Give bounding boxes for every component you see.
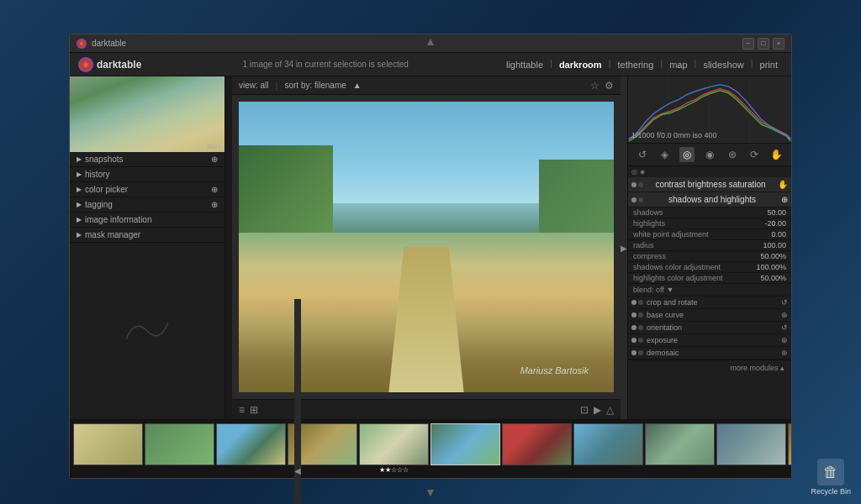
preview-area: 262↕ (70, 76, 224, 152)
shadows-highlights-module[interactable]: shadows and highlights ⊕ (628, 192, 791, 207)
tagging-section[interactable]: ▶ tagging ⊕ (70, 197, 224, 213)
image-bottom-bar: ≡ ⊞ ⊡ ▶ △ (232, 399, 621, 419)
presets-icon[interactable]: ◈ (658, 147, 673, 162)
filmstrip-thumb-1[interactable] (73, 423, 143, 465)
left-panel-collapse-arrow[interactable]: ◀ (294, 299, 301, 504)
filmstrip-item-8[interactable] (573, 423, 643, 475)
crop-rotate-module[interactable]: crop and rotate ↺ (628, 297, 791, 309)
list-view-icon[interactable]: ≡ (239, 404, 245, 416)
nav-print[interactable]: print (755, 58, 783, 71)
filmstrip-thumb-6[interactable] (430, 423, 500, 465)
preset-all[interactable]: ◈ (640, 168, 645, 176)
overlay-icon[interactable]: ⊡ (580, 404, 589, 416)
param-compress: compress 50.00% (628, 251, 791, 262)
module-dot (638, 182, 643, 187)
blend-row[interactable]: blend: off ▼ (628, 284, 791, 297)
scroll-down-arrow[interactable]: ▼ (69, 486, 792, 499)
history-label: history (85, 170, 109, 179)
image-info-section[interactable]: ▶ image information (70, 213, 224, 228)
nav-lighttable[interactable]: lighttable (501, 58, 548, 71)
filmstrip-item-1[interactable] (73, 423, 143, 475)
orientation-label: orientation (647, 323, 682, 332)
settings-icon[interactable]: ⚙ (605, 80, 614, 92)
filmstrip-item-11[interactable] (788, 423, 791, 475)
filmstrip-thumb-10[interactable] (716, 423, 786, 465)
filmstrip-thumb-8[interactable] (573, 423, 643, 465)
exposure-info: 1/1000 f/0.0 0mm iso 400 (631, 131, 717, 139)
nav-darkroom[interactable]: darkroom (554, 58, 607, 71)
module-dot (631, 182, 637, 187)
mask-manager-section[interactable]: ▶ mask manager (70, 228, 224, 243)
filmstrip-thumb-7[interactable] (502, 423, 572, 465)
toolbar-right: ☆ ⚙ (590, 80, 614, 92)
selection-info: 1 image of 34 in current selection is se… (151, 60, 499, 69)
logo-text: darktable (97, 59, 141, 71)
watermark: Mariusz Bartosik (520, 365, 589, 375)
right-panel-collapse-arrow[interactable]: ▶ (621, 76, 627, 419)
correct-icon[interactable]: ◎ (679, 147, 695, 162)
filmstrip-item-7[interactable] (502, 423, 572, 475)
nav-slideshow[interactable]: slideshow (698, 58, 748, 71)
contrast-brightness-label: contrast brightness saturation (647, 180, 774, 189)
more-modules-button[interactable]: more modules ▴ (628, 360, 791, 375)
filmstrip-thumb-11[interactable] (788, 423, 791, 465)
effects-icon[interactable]: ◉ (702, 147, 717, 162)
reset-icon[interactable]: ↺ (635, 147, 650, 162)
filmstrip-item-2[interactable] (145, 423, 214, 475)
module-expand-icon: ✋ (778, 180, 788, 189)
sort-direction[interactable]: ▲ (353, 81, 362, 90)
param-white-point: white point adjustment 0.00 (628, 229, 791, 240)
contrast-brightness-module[interactable]: contrast brightness saturation ✋ (628, 177, 791, 192)
param-highlights: highlights -20.00 (628, 218, 791, 229)
filmstrip-thumb-2[interactable] (145, 423, 214, 465)
snapshots-section[interactable]: ▶ snapshots ⊕ (70, 152, 224, 167)
histogram-toggle-icon[interactable]: △ (606, 404, 614, 416)
style-icon[interactable]: ⊛ (725, 147, 740, 162)
filmstrip-item-10[interactable] (716, 423, 786, 475)
history-section[interactable]: ▶ history (70, 167, 224, 182)
filmstrip-item-9[interactable] (645, 423, 715, 475)
grid-view-icon[interactable]: ⊞ (250, 404, 258, 416)
recycle-bin-label: Recycle Bin (811, 487, 851, 496)
nav-map[interactable]: map (664, 58, 692, 71)
image-info-label: image information (85, 215, 151, 224)
hand-icon[interactable]: ✋ (769, 147, 784, 162)
orientation-module[interactable]: orientation ↺ (628, 322, 791, 334)
main-window: darktable − □ × darktable 1 image of 34 … (69, 34, 792, 479)
base-curve-label: base curve (647, 311, 684, 319)
view-selector[interactable]: view: all (239, 81, 269, 90)
filmstrip: ★★☆☆☆ (70, 419, 791, 478)
demosaic-icon: ⊕ (781, 349, 788, 357)
filmstrip-thumb-5[interactable] (359, 423, 429, 465)
app-logo: darktable (78, 57, 141, 72)
center-area: view: all | sort by: filename ▲ ☆ ⚙ (232, 76, 621, 419)
toggle-all[interactable]: ◎ (631, 168, 637, 176)
tagging-icon: ⊕ (211, 200, 218, 209)
filmstrip-item-3[interactable] (216, 423, 286, 475)
scroll-up-arrow[interactable]: ▲ (69, 34, 792, 48)
exposure-module[interactable]: exposure ⊕ (628, 334, 791, 347)
crop-rotate-icon: ↺ (781, 298, 788, 307)
snapshots-label: snapshots (85, 155, 124, 164)
filmstrip-item-6[interactable] (430, 423, 500, 475)
filmstrip-thumb-9[interactable] (645, 423, 715, 465)
orientation-icon: ↺ (781, 323, 788, 332)
size-info: 262↕ (207, 143, 221, 150)
mask-manager-label: mask manager (85, 230, 140, 239)
base-curve-icon: ⊕ (781, 311, 788, 319)
refresh-icon[interactable]: ⟳ (747, 147, 762, 162)
demosaic-label: demosaic (647, 349, 679, 357)
play-icon[interactable]: ▶ (594, 404, 601, 416)
sort-by-selector[interactable]: sort by: filename (284, 81, 346, 90)
demosaic-module[interactable]: demosaic ⊕ (628, 347, 791, 360)
recycle-bin[interactable]: 🗑 Recycle Bin (811, 459, 851, 496)
color-picker-section[interactable]: ▶ color picker ⊕ (70, 182, 224, 197)
base-curve-module[interactable]: base curve ⊕ (628, 309, 791, 322)
filmstrip-rating-1 (73, 465, 143, 475)
filmstrip-item-5[interactable]: ★★☆☆☆ (359, 423, 429, 475)
star-icon[interactable]: ☆ (590, 80, 600, 92)
nav-tethering[interactable]: tethering (612, 58, 658, 71)
left-panel: 262↕ ▶ snapshots ⊕ ▶ history ▶ color pic… (70, 76, 225, 419)
filmstrip-thumb-3[interactable] (216, 423, 286, 465)
tagging-label: tagging (85, 200, 113, 209)
